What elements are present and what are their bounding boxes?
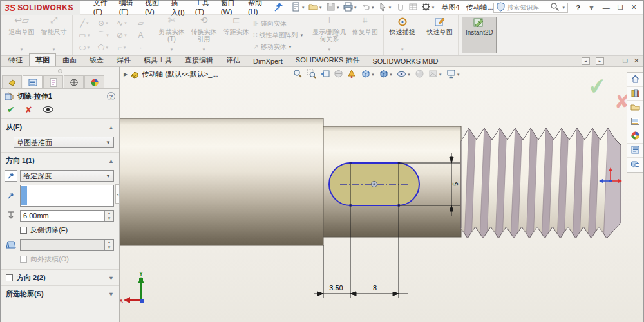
tab-property-manager[interactable] [23, 75, 43, 88]
search-input[interactable]: 搜索知识库 ▼ [493, 3, 569, 13]
sketch-polygon-button[interactable]: ⬠▼ [95, 42, 112, 53]
dim-8[interactable]: 8 [373, 284, 377, 292]
apply-scene-button[interactable]: ▼ [428, 69, 443, 80]
print-button[interactable]: ▼ [342, 1, 359, 14]
view-palette-button[interactable] [627, 115, 643, 129]
sketch-line-button[interactable]: ╱▼ [76, 17, 93, 28]
sketch-rectangle-button[interactable]: ▭▼ [76, 30, 93, 41]
sketch-plane-button[interactable]: ▱ [132, 17, 149, 28]
smart-dimension-button[interactable]: ⤢ 智能尺寸 ▼ [39, 17, 69, 53]
from-select[interactable]: 草图基准面 ▼ [14, 137, 114, 148]
minimize-button[interactable]: — [603, 4, 610, 12]
collapse-icon[interactable]: ▲ [108, 158, 114, 164]
attach-button[interactable] [394, 1, 406, 14]
doc-close-button[interactable]: ✕ [634, 57, 639, 65]
options-gear-button[interactable]: ▼ [420, 1, 437, 14]
section-direction2[interactable]: 方向 2(2) ▼ [1, 269, 119, 285]
reverse-direction-button[interactable] [5, 170, 17, 182]
doc-restore-button[interactable]: ❐ [623, 58, 628, 64]
sketch-circle-button[interactable]: ⊙▼ [95, 17, 112, 28]
panel-grip[interactable] [1, 67, 119, 75]
graphics-viewport[interactable]: ▶ 传动轴 (默认<<默认>_... ▼▼▼▼▼ ✔ ✘ [120, 67, 643, 322]
convert-entities-button[interactable]: ⟲ 转换实体引用 ▼ [189, 17, 219, 53]
menu-3[interactable]: 插入(I) [166, 0, 189, 19]
tab-configurations[interactable] [43, 75, 63, 88]
annotation-view-button[interactable] [346, 69, 357, 80]
cancel-button[interactable]: ✘ [25, 105, 32, 115]
help-icon[interactable]: ? [107, 92, 115, 100]
edit-appearance-button[interactable] [414, 69, 425, 80]
view-orientation-button[interactable]: ▼ [360, 69, 375, 80]
tab-6[interactable]: 直接编辑 [178, 53, 220, 66]
design-library-button[interactable] [627, 87, 643, 101]
tab-3[interactable]: 钣金 [83, 53, 110, 66]
offset-entities-button[interactable]: ⊏ 等距实体 [221, 17, 251, 53]
expand-tree-icon[interactable]: ▶ [124, 71, 128, 77]
sketch-ellipse-button[interactable]: ⊘▼ [113, 30, 131, 41]
undo-button[interactable]: ▼ [359, 1, 376, 14]
depth-input[interactable]: 6.00mm ▲▼ [20, 210, 114, 222]
appearances-button[interactable] [627, 129, 643, 144]
tab-10[interactable]: SOLIDWORKS MBD [366, 55, 444, 66]
search-caret-icon[interactable]: ▼ [562, 6, 565, 10]
tab-4[interactable]: 焊件 [110, 53, 137, 66]
rapid-sketch-button[interactable]: 快速草图 [424, 17, 455, 53]
flip-side-checkbox[interactable]: 反侧切除(F) [1, 223, 119, 237]
zoom-area-button[interactable] [306, 69, 317, 80]
view-settings-button[interactable]: ▼ [446, 69, 461, 80]
dim-5[interactable]: 5 [451, 182, 459, 186]
preview-eye-icon[interactable] [43, 106, 53, 113]
tab-9[interactable]: SOLIDWORKS 插件 [289, 53, 366, 66]
mirror-entities-button[interactable]: ⊪镜向实体 [253, 19, 303, 28]
file-explorer-button[interactable] [627, 101, 643, 115]
tab-8[interactable]: DimXpert [247, 55, 289, 66]
tab-0[interactable]: 特征 [2, 53, 29, 66]
tab-2[interactable]: 曲面 [56, 53, 83, 66]
menu-0[interactable]: 文件(F) [89, 0, 113, 19]
expand-icon[interactable]: ▼ [108, 275, 114, 281]
direction2-checkbox[interactable] [6, 274, 13, 281]
collapse-icon[interactable]: ▲ [108, 124, 114, 131]
hide-show-items-button[interactable]: ▼ [396, 69, 412, 80]
home-button[interactable] [627, 73, 643, 87]
instant2d-button[interactable]: Instant2D [462, 17, 497, 53]
tab-7[interactable]: 评估 [220, 53, 247, 66]
sketch-fillet-button[interactable]: ⌐▼ [113, 42, 131, 53]
section-contours[interactable]: 所选轮廓(S) ▼ [1, 285, 119, 301]
close-button[interactable]: ✕ [631, 3, 637, 12]
new-button[interactable]: ▼ [290, 1, 307, 14]
slot-center-point[interactable] [371, 181, 377, 187]
forum-button[interactable] [627, 158, 643, 172]
previous-view-button[interactable] [319, 69, 330, 80]
menu-4[interactable]: 工具(T) [191, 0, 215, 19]
cells-button[interactable] [407, 1, 419, 14]
tab-dimxpert[interactable] [64, 75, 84, 88]
zoom-fit-button[interactable] [292, 69, 303, 80]
direction-reference-box[interactable] [20, 185, 114, 207]
sketch-arc-button[interactable]: ⌒▼ [95, 30, 112, 41]
custom-properties-button[interactable] [627, 144, 643, 158]
shaft-threaded-section[interactable] [460, 125, 621, 242]
panel-collapse-handle[interactable]: ◂ [115, 184, 120, 204]
section-direction1[interactable]: 方向 1(1) ▲ [1, 152, 119, 168]
prev-document-icon[interactable]: ◂ [582, 57, 590, 65]
quick-snaps-button[interactable]: 快速捕捉 ▼ [387, 17, 417, 53]
move-entities-button[interactable]: ↗移动实体▼ [253, 43, 303, 52]
ok-button[interactable]: ✔ [7, 104, 15, 115]
restore-button[interactable]: ❐ [618, 4, 623, 11]
shaft-large-section[interactable] [120, 118, 323, 245]
spinner-buttons[interactable]: ▲▼ [104, 211, 113, 221]
search-icon[interactable] [550, 2, 560, 13]
help-caret-icon[interactable]: ▼ [588, 6, 595, 10]
expand-icon[interactable]: ▼ [108, 291, 114, 298]
exit-sketch-button[interactable]: ↩▱ 退出草图 ▼ [6, 17, 37, 53]
sketch-text-button[interactable]: A [132, 30, 149, 41]
tab-feature-tree[interactable] [2, 75, 22, 88]
repair-sketch-button[interactable]: ⌗ 修复草图 [350, 17, 380, 53]
sketch-more-button[interactable]: · [132, 42, 149, 53]
tab-display-manager[interactable] [84, 75, 104, 88]
open-button[interactable]: ▼ [307, 1, 324, 14]
menu-1[interactable]: 编辑(E) [115, 0, 139, 19]
trim-entities-button[interactable]: ✄ 剪裁实体(T) ▼ [156, 17, 187, 53]
sketch-spline-button[interactable]: ∿▼ [113, 17, 131, 28]
